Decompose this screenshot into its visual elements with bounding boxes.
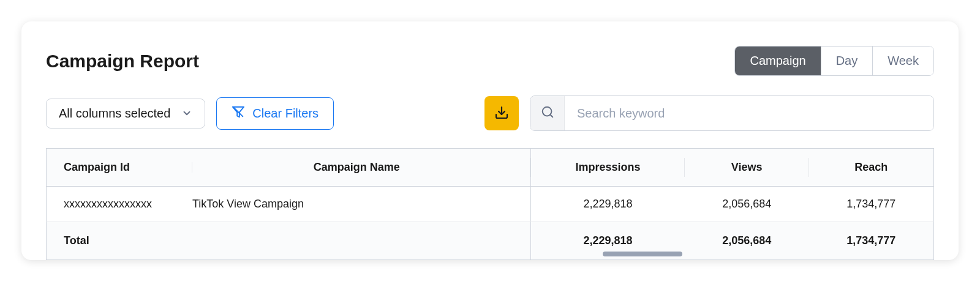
total-reach: 1,734,777	[809, 222, 934, 260]
search-wrap	[530, 95, 934, 131]
header-row: Campaign Report Campaign Day Week	[21, 46, 959, 76]
view-tabs: Campaign Day Week	[734, 46, 934, 76]
table-total-row: Total 2,229,818 2,056,684 1,734,777	[47, 222, 934, 260]
report-card: Campaign Report Campaign Day Week All co…	[21, 21, 959, 260]
cell-impressions: 2,229,818	[531, 187, 685, 222]
th-impressions[interactable]: Impressions	[531, 149, 685, 187]
chevron-down-icon	[181, 108, 192, 119]
clear-filters-button[interactable]: Clear Filters	[216, 97, 334, 130]
search-icon-box[interactable]	[530, 96, 565, 130]
page-title: Campaign Report	[46, 51, 199, 72]
download-button[interactable]	[484, 96, 519, 130]
cell-idname: xxxxxxxxxxxxxxxx TikTok View Campaign	[47, 187, 531, 222]
columns-dropdown-label: All columns selected	[59, 106, 170, 121]
controls-row: All columns selected Clear Filters	[21, 95, 959, 131]
cell-views: 2,056,684	[685, 187, 809, 222]
th-views[interactable]: Views	[685, 149, 809, 187]
table-header-idname: Campaign Id Campaign Name	[47, 149, 531, 187]
table-row[interactable]: xxxxxxxxxxxxxxxx TikTok View Campaign 2,…	[47, 187, 934, 222]
total-views: 2,056,684	[685, 222, 809, 260]
filter-icon	[232, 105, 245, 122]
th-campaign-id[interactable]: Campaign Id	[64, 161, 192, 174]
cell-reach: 1,734,777	[809, 187, 934, 222]
total-label: Total	[47, 222, 531, 260]
horizontal-scrollbar[interactable]	[603, 252, 682, 256]
columns-dropdown[interactable]: All columns selected	[46, 99, 205, 129]
tab-week[interactable]: Week	[873, 47, 933, 75]
svg-line-4	[550, 114, 552, 117]
campaign-table: Campaign Id Campaign Name Impressions Vi…	[46, 148, 934, 260]
cell-campaign-name: TikTok View Campaign	[192, 198, 521, 211]
clear-filters-label: Clear Filters	[252, 106, 318, 121]
svg-line-1	[234, 107, 243, 116]
th-reach[interactable]: Reach	[809, 149, 934, 187]
tab-campaign[interactable]: Campaign	[735, 47, 821, 75]
table-header-row: Campaign Id Campaign Name Impressions Vi…	[47, 149, 934, 187]
search-input[interactable]	[565, 96, 933, 130]
search-icon	[541, 105, 554, 121]
th-campaign-name[interactable]: Campaign Name	[192, 161, 521, 174]
cell-campaign-id: xxxxxxxxxxxxxxxx	[64, 198, 192, 211]
download-icon	[494, 105, 509, 122]
tab-day[interactable]: Day	[821, 47, 873, 75]
